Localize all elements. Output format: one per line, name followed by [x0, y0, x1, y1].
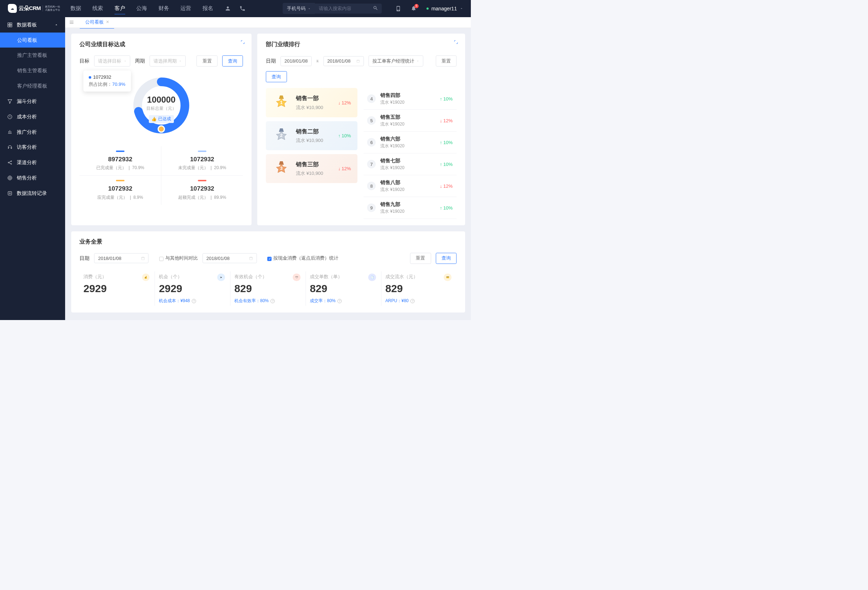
sidebar-item-company[interactable]: 公司看板: [0, 32, 65, 48]
donut-center: 100000 目标总量（元） 👍已达成: [146, 95, 176, 124]
date-from[interactable]: 2018/01/08: [280, 56, 311, 66]
rank-row[interactable]: 5销售五部流水 ¥19020↓ 12%: [363, 110, 456, 132]
goal-card: 公司业绩目标达成 目标 请选择目标 周期 请选择周期 重置 查询 1072932: [71, 34, 252, 225]
username: manager11: [431, 6, 457, 12]
nav-data[interactable]: 数据: [71, 3, 81, 14]
mobile-icon[interactable]: [396, 6, 401, 12]
logo-subtitle: 教育机构一站式服务云平台: [43, 5, 60, 12]
user-menu[interactable]: manager11: [427, 6, 464, 12]
svg-rect-11: [8, 191, 12, 195]
card-title: 部门业绩排行: [266, 40, 456, 48]
target-select[interactable]: 请选择目标: [94, 56, 130, 66]
sidebar: 数据看板 公司看板 推广主管看板 销售主管看板 客户经理看板 漏斗分析 成本分析…: [0, 17, 65, 320]
rank-row[interactable]: 4销售四部流水 ¥19020↑ 10%: [363, 88, 456, 110]
stat-mode-select[interactable]: 按工单客户经理统计: [369, 56, 423, 66]
send-icon: ➤: [217, 274, 225, 281]
nav-signup[interactable]: 报名: [202, 3, 213, 14]
pct-down: ↓ 12%: [338, 100, 351, 106]
cash-checkbox[interactable]: [267, 257, 272, 261]
sidebar-visitor[interactable]: 访客分析: [0, 140, 65, 155]
expand-icon[interactable]: [241, 40, 245, 44]
sidebar-item-promo[interactable]: 推广主管看板: [0, 47, 65, 63]
nav-customers[interactable]: 客户: [115, 3, 125, 14]
query-button[interactable]: 查询: [266, 71, 286, 82]
sidebar-promo[interactable]: 推广分析: [0, 124, 65, 140]
search-input[interactable]: [315, 4, 369, 13]
svg-text:2: 2: [280, 133, 282, 138]
sidebar-channel[interactable]: 渠道分析: [0, 155, 65, 170]
calendar-icon: [356, 59, 360, 63]
close-icon[interactable]: ✕: [106, 20, 109, 24]
date2-input[interactable]: 2018/01/08: [202, 253, 257, 263]
nav-action-icons: [225, 5, 246, 12]
funnel-icon: [7, 99, 13, 104]
sidebar-dataflow[interactable]: 数据流转记录: [0, 185, 65, 201]
query-button[interactable]: 查询: [222, 56, 243, 66]
search-type-select[interactable]: 手机号码: [283, 3, 315, 14]
bag-icon: 💰: [142, 274, 150, 281]
nav-leads[interactable]: 线索: [92, 3, 103, 14]
reset-button[interactable]: 重置: [410, 253, 431, 264]
date1-input[interactable]: 2018/01/08: [94, 253, 149, 263]
sidebar-cost[interactable]: 成本分析: [0, 109, 65, 124]
expand-icon[interactable]: [454, 40, 458, 44]
help-icon[interactable]: ?: [410, 299, 415, 303]
tab-company-board[interactable]: 公司看板 ✕: [80, 16, 114, 28]
help-icon[interactable]: ?: [337, 299, 342, 303]
svg-point-5: [8, 162, 9, 163]
svg-point-6: [11, 161, 12, 162]
stat-completed: 8972932已完成量（元） | 70.9%: [80, 146, 161, 175]
panorama-card: 业务全景 日期 2018/01/08 与其他时间对比 2018/01/08 按现…: [71, 231, 465, 312]
rank-list: 1 销售一部流水 ¥10,900 ↓ 12% 2 销售二部流水 ¥10,900 …: [266, 88, 456, 219]
sidebar-item-sales[interactable]: 销售主管看板: [0, 63, 65, 78]
reset-button[interactable]: 重置: [436, 56, 456, 66]
sidebar-item-manager[interactable]: 客户经理看板: [0, 78, 65, 94]
notifications[interactable]: 5: [411, 5, 416, 12]
search-button[interactable]: [369, 4, 382, 13]
nav-ops[interactable]: 运营: [180, 3, 191, 14]
sidebar-funnel[interactable]: 漏斗分析: [0, 94, 65, 109]
help-icon[interactable]: ?: [270, 299, 275, 303]
headset-icon: [7, 144, 13, 150]
target-icon: [7, 175, 13, 181]
thumbs-up-icon: 👍: [151, 116, 157, 122]
rank-row[interactable]: 7销售七部流水 ¥19020↑ 10%: [363, 153, 456, 175]
chart-tooltip: 1072932 所占比例：70.9%: [83, 71, 131, 91]
clock-icon: [7, 114, 13, 119]
svg-point-7: [11, 163, 12, 165]
help-icon[interactable]: ?: [192, 299, 196, 303]
svg-point-9: [9, 177, 11, 179]
medal-bronze-icon: 3: [273, 160, 290, 177]
metric-deals: 📄成交单数（单）829成交率：80%?: [306, 271, 381, 306]
search-icon: [373, 5, 378, 11]
reset-button[interactable]: 重置: [196, 56, 217, 66]
logo-text: 云朵CRM: [19, 4, 41, 12]
rank-row[interactable]: 9销售九部流水 ¥19020↑ 10%: [363, 197, 456, 219]
svg-rect-3: [10, 25, 12, 27]
shield-icon: 🛡: [293, 274, 301, 281]
rank-3-card[interactable]: 3 销售三部流水 ¥10,900 ↓ 12%: [266, 154, 357, 183]
date-to[interactable]: 2018/01/08: [323, 56, 364, 66]
rank-2-card[interactable]: 2 销售二部流水 ¥10,900 ↑ 10%: [266, 121, 357, 150]
stat-incomplete: 1072932未完成量（元） | 20.9%: [161, 146, 243, 175]
card-icon: 💳: [444, 274, 452, 281]
tab-bar: 公司看板 ✕: [65, 17, 471, 28]
nav-public[interactable]: 公海: [136, 3, 147, 14]
rank-row[interactable]: 8销售八部流水 ¥19020↓ 12%: [363, 175, 456, 197]
filters: 目标 请选择目标 周期 请选择周期 重置 查询: [80, 56, 243, 66]
chevron-down-icon: [416, 60, 419, 63]
sidebar-salesanalysis[interactable]: 销售分析: [0, 170, 65, 185]
status-dot: [427, 7, 429, 10]
nav-finance[interactable]: 财务: [158, 3, 169, 14]
period-select[interactable]: 请选择周期: [149, 56, 186, 66]
compare-checkbox[interactable]: [159, 257, 164, 261]
rank-row[interactable]: 6销售六部流水 ¥19020↑ 10%: [363, 132, 456, 153]
metric-valid: 🛡有效机会（个）829机会有效率：80%?: [230, 271, 306, 306]
person-icon[interactable]: [225, 5, 231, 12]
hamburger-icon[interactable]: [69, 20, 74, 25]
rank-1-card[interactable]: 1 销售一部流水 ¥10,900 ↓ 12%: [266, 88, 357, 117]
svg-rect-22: [141, 257, 144, 260]
sidebar-group-dashboard[interactable]: 数据看板: [0, 17, 65, 32]
query-button[interactable]: 查询: [436, 253, 456, 264]
phone-icon[interactable]: [239, 5, 245, 12]
